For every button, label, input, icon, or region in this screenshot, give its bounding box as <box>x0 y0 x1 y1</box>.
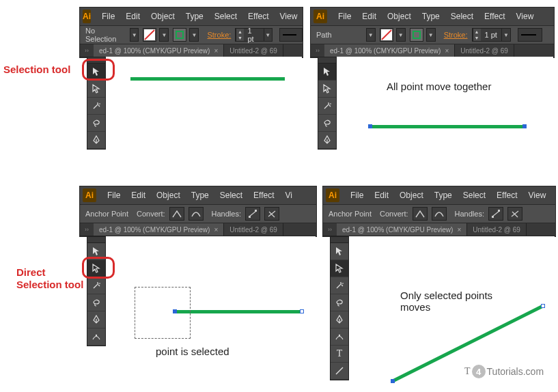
fill-swatch[interactable]: ▼ <box>380 28 406 42</box>
menu-select[interactable]: Select <box>458 191 491 200</box>
line-shape[interactable] <box>369 125 524 128</box>
menu-select[interactable]: Select <box>209 12 242 21</box>
line-shape[interactable] <box>174 310 301 313</box>
handles-hide-icon[interactable] <box>507 207 522 221</box>
menu-edit[interactable]: Edit <box>369 191 394 200</box>
selection-tool[interactable] <box>318 64 336 81</box>
anchor-point[interactable] <box>522 124 527 128</box>
menu-effect[interactable]: Effect <box>491 191 522 200</box>
handles-hide-icon[interactable] <box>264 207 279 221</box>
convert-corner-icon[interactable] <box>413 207 428 221</box>
menu-type[interactable]: Type <box>186 191 214 200</box>
menu-select[interactable]: Select <box>445 12 479 21</box>
pen-tool[interactable] <box>87 132 105 149</box>
menu-view[interactable]: View <box>523 191 552 200</box>
handles-show-icon[interactable] <box>245 207 260 221</box>
tab-handle-icon[interactable]: ›› <box>80 44 94 57</box>
toolbar-grip-icon[interactable] <box>318 57 336 64</box>
pen-tool[interactable] <box>331 311 348 328</box>
menu-edit[interactable]: Edit <box>357 12 382 21</box>
menu-object[interactable]: Object <box>394 191 429 200</box>
menu-edit[interactable]: Edit <box>126 191 151 200</box>
tab-handle-icon[interactable]: ›› <box>80 223 94 236</box>
stroke-style-dropdown[interactable] <box>279 28 303 42</box>
menu-view[interactable]: Vi <box>280 191 298 200</box>
handles-show-icon[interactable] <box>488 207 503 221</box>
selection-tool[interactable] <box>331 243 348 260</box>
menu-edit[interactable]: Edit <box>120 12 145 21</box>
magic-wand-tool[interactable] <box>331 277 348 294</box>
anchor-point-selected[interactable] <box>391 379 395 383</box>
direct-selection-tool-highlight <box>82 257 115 279</box>
fill-swatch[interactable]: ▼ <box>143 28 169 42</box>
stroke-swatch[interactable]: ▼ <box>173 28 199 42</box>
stroke-weight-input[interactable]: ▲▼ 1 pt ▼ <box>472 28 511 42</box>
tab-handle-icon[interactable]: ›› <box>311 44 324 57</box>
tab-inactive[interactable]: Untitled-2 @ 69 <box>467 223 527 236</box>
menu-effect[interactable]: Effect <box>242 12 274 21</box>
anchor-point[interactable] <box>300 309 304 313</box>
stroke-swatch[interactable]: ▼ <box>410 28 436 42</box>
pen-tool[interactable] <box>87 311 105 328</box>
menu-select[interactable]: Select <box>214 191 248 200</box>
lasso-tool[interactable] <box>87 294 105 311</box>
tab-inactive[interactable]: Untitled-2 @ 69 <box>224 44 283 57</box>
anchor-point[interactable] <box>368 124 372 128</box>
line-shape[interactable] <box>130 77 285 81</box>
tab-active[interactable]: ed-1 @ 100% (CMYK/GPU Preview)× <box>337 223 467 236</box>
menu-type[interactable]: Type <box>180 12 209 21</box>
menu-file[interactable]: File <box>102 191 126 200</box>
stroke-style-dropdown[interactable] <box>518 28 542 42</box>
canvas-p2[interactable] <box>337 57 553 148</box>
lasso-tool[interactable] <box>331 294 348 311</box>
menu-file[interactable]: File <box>345 191 369 200</box>
tab-active[interactable]: ed-1 @ 100% (CMYK/GPU Preview)× <box>94 223 224 236</box>
toolbar-grip-icon[interactable] <box>87 237 105 243</box>
convert-corner-icon[interactable] <box>169 207 184 221</box>
close-icon[interactable]: × <box>214 47 218 55</box>
toolbar-grip-icon[interactable] <box>331 237 348 243</box>
tab-handle-icon[interactable]: ›› <box>323 223 337 236</box>
curvature-tool[interactable] <box>87 328 105 346</box>
chevron-down-icon[interactable]: ▼ <box>130 28 139 42</box>
close-icon[interactable]: × <box>457 226 461 234</box>
menu-type[interactable]: Type <box>417 12 445 21</box>
canvas-p1[interactable] <box>106 57 302 148</box>
convert-smooth-icon[interactable] <box>432 207 447 221</box>
menu-type[interactable]: Type <box>429 191 458 200</box>
menu-file[interactable]: File <box>333 12 357 21</box>
magic-wand-tool[interactable] <box>87 277 105 294</box>
direct-selection-tool[interactable] <box>318 81 336 98</box>
lasso-tool[interactable] <box>318 115 336 132</box>
canvas-p3[interactable] <box>106 236 316 359</box>
magic-wand-tool[interactable] <box>318 98 336 115</box>
stroke-label[interactable]: Stroke: <box>207 31 231 39</box>
convert-smooth-icon[interactable] <box>189 207 204 221</box>
menu-object[interactable]: Object <box>382 12 417 21</box>
menu-view[interactable]: View <box>275 12 303 21</box>
menu-object[interactable]: Object <box>145 12 180 21</box>
close-icon[interactable]: × <box>445 47 449 55</box>
menu-file[interactable]: File <box>96 12 120 21</box>
tab-inactive[interactable]: Untitled-2 @ 69 <box>455 44 514 57</box>
magic-wand-tool[interactable] <box>87 98 105 115</box>
tab-active[interactable]: ed-1 @ 100% (CMYK/GPU Preview)× <box>324 44 455 57</box>
chevron-down-icon[interactable]: ▼ <box>366 28 376 42</box>
menu-effect[interactable]: Effect <box>248 191 279 200</box>
anchor-point[interactable] <box>541 304 545 308</box>
direct-selection-tool[interactable] <box>331 260 348 277</box>
direct-selection-tool[interactable] <box>87 81 105 98</box>
pen-tool[interactable] <box>318 132 336 149</box>
menu-effect[interactable]: Effect <box>479 12 510 21</box>
close-icon[interactable]: × <box>214 226 218 234</box>
type-tool[interactable]: T <box>331 346 348 363</box>
stroke-weight-input[interactable]: ▲▼ 1 pt ▼ <box>235 28 272 42</box>
stroke-label[interactable]: Stroke: <box>444 31 468 39</box>
tab-active[interactable]: ed-1 @ 100% (CMYK/GPU Preview)× <box>94 44 224 57</box>
line-tool[interactable] <box>331 363 348 380</box>
lasso-tool[interactable] <box>87 115 105 132</box>
menu-object[interactable]: Object <box>151 191 186 200</box>
menu-view[interactable]: View <box>511 12 540 21</box>
tab-inactive[interactable]: Untitled-2 @ 69 <box>224 223 283 236</box>
curvature-tool[interactable] <box>331 328 348 346</box>
